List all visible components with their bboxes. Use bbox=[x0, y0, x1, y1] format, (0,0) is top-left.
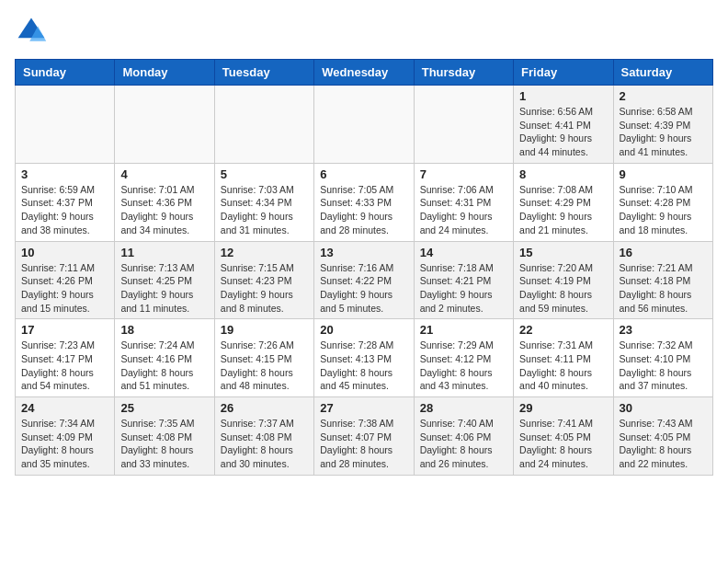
day-info: Sunrise: 7:28 AM Sunset: 4:13 PM Dayligh… bbox=[320, 339, 407, 393]
day-number: 14 bbox=[420, 246, 507, 259]
calendar-week-row: 3Sunrise: 6:59 AM Sunset: 4:37 PM Daylig… bbox=[16, 163, 713, 241]
day-info: Sunrise: 7:40 AM Sunset: 4:06 PM Dayligh… bbox=[420, 417, 507, 471]
day-info: Sunrise: 6:59 AM Sunset: 4:37 PM Dayligh… bbox=[21, 183, 108, 237]
calendar-cell: 12Sunrise: 7:15 AM Sunset: 4:23 PM Dayli… bbox=[214, 241, 313, 319]
calendar-cell: 26Sunrise: 7:37 AM Sunset: 4:08 PM Dayli… bbox=[214, 397, 313, 476]
calendar-week-row: 24Sunrise: 7:34 AM Sunset: 4:09 PM Dayli… bbox=[16, 397, 713, 476]
day-number: 28 bbox=[420, 401, 507, 415]
calendar-cell: 15Sunrise: 7:20 AM Sunset: 4:19 PM Dayli… bbox=[514, 241, 613, 319]
day-number: 9 bbox=[620, 167, 707, 181]
day-number: 12 bbox=[221, 246, 308, 259]
day-info: Sunrise: 7:20 AM Sunset: 4:19 PM Dayligh… bbox=[519, 261, 607, 316]
calendar-cell bbox=[115, 86, 214, 164]
day-info: Sunrise: 7:16 AM Sunset: 4:22 PM Dayligh… bbox=[320, 261, 407, 316]
weekday-header: Saturday bbox=[613, 60, 712, 86]
page-header bbox=[15, 15, 713, 48]
day-info: Sunrise: 7:08 AM Sunset: 4:29 PM Dayligh… bbox=[519, 183, 607, 237]
calendar-cell: 27Sunrise: 7:38 AM Sunset: 4:07 PM Dayli… bbox=[314, 397, 414, 476]
calendar-cell: 2Sunrise: 6:58 AM Sunset: 4:39 PM Daylig… bbox=[613, 86, 712, 164]
calendar-cell: 23Sunrise: 7:32 AM Sunset: 4:10 PM Dayli… bbox=[613, 319, 712, 397]
day-info: Sunrise: 7:34 AM Sunset: 4:09 PM Dayligh… bbox=[21, 417, 108, 471]
calendar-week-row: 17Sunrise: 7:23 AM Sunset: 4:17 PM Dayli… bbox=[16, 319, 713, 397]
calendar-cell: 28Sunrise: 7:40 AM Sunset: 4:06 PM Dayli… bbox=[414, 397, 513, 476]
day-info: Sunrise: 7:32 AM Sunset: 4:10 PM Dayligh… bbox=[620, 339, 707, 393]
day-info: Sunrise: 7:26 AM Sunset: 4:15 PM Dayligh… bbox=[221, 339, 308, 393]
calendar-cell: 18Sunrise: 7:24 AM Sunset: 4:16 PM Dayli… bbox=[115, 319, 214, 397]
day-info: Sunrise: 7:31 AM Sunset: 4:11 PM Dayligh… bbox=[519, 339, 607, 393]
calendar-cell: 20Sunrise: 7:28 AM Sunset: 4:13 PM Dayli… bbox=[314, 319, 414, 397]
calendar-table: SundayMondayTuesdayWednesdayThursdayFrid… bbox=[15, 59, 713, 476]
calendar-cell bbox=[414, 86, 513, 164]
day-number: 13 bbox=[320, 246, 407, 259]
weekday-header: Monday bbox=[115, 60, 214, 86]
calendar-cell: 16Sunrise: 7:21 AM Sunset: 4:18 PM Dayli… bbox=[613, 241, 712, 319]
day-number: 17 bbox=[21, 323, 108, 337]
calendar-cell: 22Sunrise: 7:31 AM Sunset: 4:11 PM Dayli… bbox=[514, 319, 613, 397]
day-info: Sunrise: 7:11 AM Sunset: 4:26 PM Dayligh… bbox=[21, 261, 108, 316]
calendar-cell: 1Sunrise: 6:56 AM Sunset: 4:41 PM Daylig… bbox=[514, 86, 613, 164]
day-number: 11 bbox=[120, 246, 208, 259]
day-number: 23 bbox=[620, 323, 707, 337]
day-info: Sunrise: 7:05 AM Sunset: 4:33 PM Dayligh… bbox=[320, 183, 407, 237]
day-info: Sunrise: 7:38 AM Sunset: 4:07 PM Dayligh… bbox=[320, 417, 407, 471]
day-number: 6 bbox=[320, 167, 407, 181]
day-info: Sunrise: 6:58 AM Sunset: 4:39 PM Dayligh… bbox=[620, 105, 707, 159]
calendar-cell: 3Sunrise: 6:59 AM Sunset: 4:37 PM Daylig… bbox=[16, 163, 115, 241]
day-info: Sunrise: 7:15 AM Sunset: 4:23 PM Dayligh… bbox=[221, 261, 308, 316]
calendar-cell: 19Sunrise: 7:26 AM Sunset: 4:15 PM Dayli… bbox=[214, 319, 313, 397]
calendar-cell: 25Sunrise: 7:35 AM Sunset: 4:08 PM Dayli… bbox=[115, 397, 214, 476]
day-number: 15 bbox=[519, 246, 607, 259]
calendar-cell: 8Sunrise: 7:08 AM Sunset: 4:29 PM Daylig… bbox=[514, 163, 613, 241]
day-number: 1 bbox=[519, 89, 607, 103]
calendar-cell: 29Sunrise: 7:41 AM Sunset: 4:05 PM Dayli… bbox=[514, 397, 613, 476]
weekday-header: Friday bbox=[514, 60, 613, 86]
logo-icon bbox=[15, 15, 48, 48]
calendar-cell bbox=[314, 86, 414, 164]
day-info: Sunrise: 7:23 AM Sunset: 4:17 PM Dayligh… bbox=[21, 339, 108, 393]
day-number: 5 bbox=[221, 167, 308, 181]
calendar-week-row: 1Sunrise: 6:56 AM Sunset: 4:41 PM Daylig… bbox=[16, 86, 713, 164]
calendar-cell: 4Sunrise: 7:01 AM Sunset: 4:36 PM Daylig… bbox=[115, 163, 214, 241]
calendar-cell bbox=[16, 86, 115, 164]
day-info: Sunrise: 7:18 AM Sunset: 4:21 PM Dayligh… bbox=[420, 261, 507, 316]
day-number: 10 bbox=[21, 246, 108, 259]
day-number: 30 bbox=[620, 401, 707, 415]
day-number: 4 bbox=[120, 167, 208, 181]
day-number: 18 bbox=[120, 323, 208, 337]
calendar-cell: 7Sunrise: 7:06 AM Sunset: 4:31 PM Daylig… bbox=[414, 163, 513, 241]
weekday-header: Sunday bbox=[16, 60, 115, 86]
day-info: Sunrise: 7:24 AM Sunset: 4:16 PM Dayligh… bbox=[120, 339, 208, 393]
day-info: Sunrise: 7:35 AM Sunset: 4:08 PM Dayligh… bbox=[120, 417, 208, 471]
calendar-cell: 17Sunrise: 7:23 AM Sunset: 4:17 PM Dayli… bbox=[16, 319, 115, 397]
calendar-cell: 13Sunrise: 7:16 AM Sunset: 4:22 PM Dayli… bbox=[314, 241, 414, 319]
day-info: Sunrise: 7:29 AM Sunset: 4:12 PM Dayligh… bbox=[420, 339, 507, 393]
calendar-week-row: 10Sunrise: 7:11 AM Sunset: 4:26 PM Dayli… bbox=[16, 241, 713, 319]
calendar-cell: 11Sunrise: 7:13 AM Sunset: 4:25 PM Dayli… bbox=[115, 241, 214, 319]
day-number: 26 bbox=[221, 401, 308, 415]
weekday-header: Wednesday bbox=[314, 60, 414, 86]
calendar-cell: 14Sunrise: 7:18 AM Sunset: 4:21 PM Dayli… bbox=[414, 241, 513, 319]
calendar-cell: 9Sunrise: 7:10 AM Sunset: 4:28 PM Daylig… bbox=[613, 163, 712, 241]
day-number: 7 bbox=[420, 167, 507, 181]
day-number: 19 bbox=[221, 323, 308, 337]
day-number: 16 bbox=[620, 246, 707, 259]
calendar-cell: 30Sunrise: 7:43 AM Sunset: 4:05 PM Dayli… bbox=[613, 397, 712, 476]
calendar-cell bbox=[214, 86, 313, 164]
calendar-header-row: SundayMondayTuesdayWednesdayThursdayFrid… bbox=[16, 60, 713, 86]
calendar-cell: 21Sunrise: 7:29 AM Sunset: 4:12 PM Dayli… bbox=[414, 319, 513, 397]
day-number: 25 bbox=[120, 401, 208, 415]
calendar-cell: 6Sunrise: 7:05 AM Sunset: 4:33 PM Daylig… bbox=[314, 163, 414, 241]
day-info: Sunrise: 7:37 AM Sunset: 4:08 PM Dayligh… bbox=[221, 417, 308, 471]
day-info: Sunrise: 7:13 AM Sunset: 4:25 PM Dayligh… bbox=[120, 261, 208, 316]
day-info: Sunrise: 7:03 AM Sunset: 4:34 PM Dayligh… bbox=[221, 183, 308, 237]
day-number: 24 bbox=[21, 401, 108, 415]
day-number: 20 bbox=[320, 323, 407, 337]
day-info: Sunrise: 7:43 AM Sunset: 4:05 PM Dayligh… bbox=[620, 417, 707, 471]
calendar-cell: 5Sunrise: 7:03 AM Sunset: 4:34 PM Daylig… bbox=[214, 163, 313, 241]
day-number: 8 bbox=[519, 167, 607, 181]
weekday-header: Thursday bbox=[414, 60, 513, 86]
day-info: Sunrise: 6:56 AM Sunset: 4:41 PM Dayligh… bbox=[519, 105, 607, 159]
day-info: Sunrise: 7:06 AM Sunset: 4:31 PM Dayligh… bbox=[420, 183, 507, 237]
day-info: Sunrise: 7:01 AM Sunset: 4:36 PM Dayligh… bbox=[120, 183, 208, 237]
day-info: Sunrise: 7:10 AM Sunset: 4:28 PM Dayligh… bbox=[620, 183, 707, 237]
